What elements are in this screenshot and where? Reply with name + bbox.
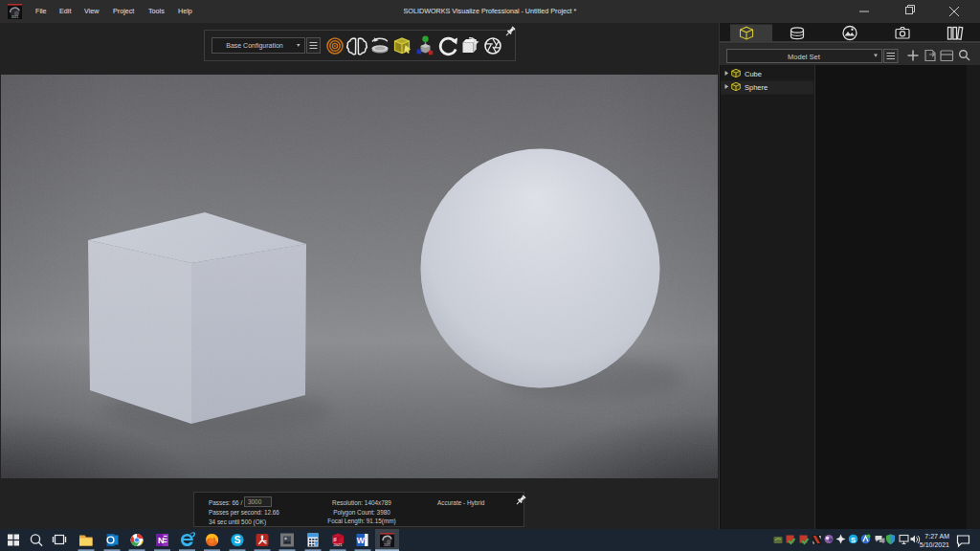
svg-text:2021: 2021 — [384, 543, 390, 547]
svg-text:Base Configuration: Base Configuration — [226, 42, 283, 50]
svg-text:S: S — [851, 536, 856, 544]
svg-text:W: W — [357, 536, 366, 545]
svg-text:7:27 AM: 7:27 AM — [924, 533, 949, 540]
svg-text:Cube: Cube — [745, 70, 762, 78]
svg-text:S: S — [234, 535, 241, 545]
svg-text:2021: 2021 — [334, 542, 344, 547]
svg-text:Model Set: Model Set — [788, 53, 821, 61]
svg-text:Sphere: Sphere — [745, 83, 768, 92]
svg-text:5/10/2021: 5/10/2021 — [920, 541, 949, 548]
svg-text:N: N — [158, 536, 165, 545]
